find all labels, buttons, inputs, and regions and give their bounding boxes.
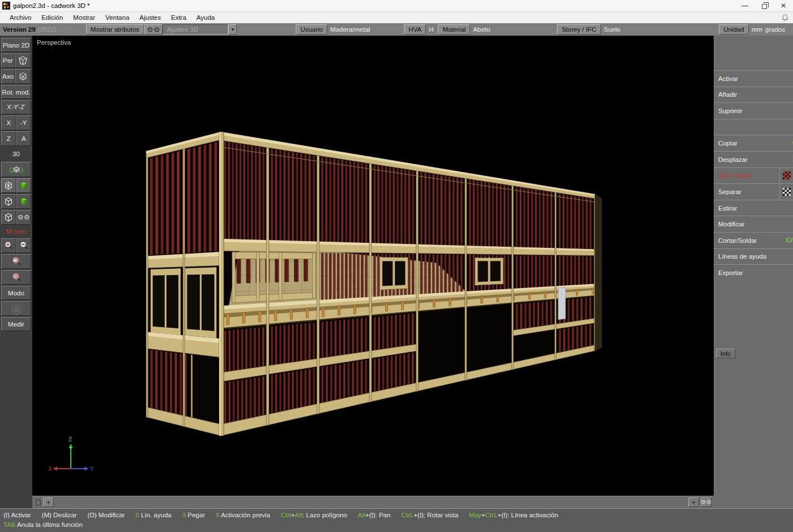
viewport-tab-strip: + + ⚙⚙ (32, 496, 714, 508)
storey-value: Suelo (604, 26, 620, 33)
unidad-grados-value: grados (765, 26, 785, 33)
tool-label: Modificar (714, 221, 793, 228)
tool-desplazar[interactable]: DesplazarS (714, 151, 793, 168)
angle-step-value[interactable]: 30 (1, 147, 31, 161)
menu-edicion[interactable]: Edición (36, 13, 68, 22)
axis-y-label: Y (90, 466, 94, 472)
info-tab-button[interactable]: Info (716, 349, 735, 358)
right-tool-panel: ActivarAñadirSuprimirCopiarCDesplazarSUn… (714, 36, 793, 508)
dropdown-arrow-button[interactable]: ▼ (228, 24, 237, 35)
status-tab-hint-line: TAB Anula la última función (0, 518, 793, 528)
solid-mode-button[interactable] (1, 194, 16, 209)
close-button[interactable]: ✕ (774, 0, 793, 11)
rot-mod-button[interactable]: Rot. mod. (1, 85, 31, 99)
tool-icon-cell[interactable] (779, 168, 793, 184)
usuario-button[interactable]: Usuario (296, 24, 327, 35)
mostrar-atributos-button[interactable]: Mostrar atributos (86, 24, 144, 35)
saw-tool-button[interactable] (1, 301, 31, 316)
tool-label: Cortar/Soldar (714, 237, 793, 244)
shortcut-hint: C/S (786, 237, 793, 243)
version-label: Version 29(2022) (3, 26, 57, 33)
render-settings-button[interactable]: ⚙⚙ (16, 210, 32, 225)
tool-unir-desh[interactable]: Unir / Desh. (714, 168, 793, 184)
3d-viewport[interactable]: Perspectiva Z X Y (32, 36, 714, 496)
tool-exportar[interactable]: Exportar (714, 264, 793, 281)
tool-modificar[interactable]: Modificar (714, 216, 793, 232)
tool-icon-cell[interactable] (779, 184, 793, 200)
shaded-mode-2-button[interactable] (16, 194, 32, 209)
minimize-button[interactable]: — (735, 0, 754, 11)
wireframe-cube-icon (3, 181, 14, 191)
axo-view-button[interactable]: Axo (1, 69, 15, 84)
unidad-button[interactable]: Unidad (719, 24, 748, 35)
modo-button[interactable]: Modo (1, 286, 31, 300)
checker-red-icon (783, 171, 791, 179)
menu-mostrar[interactable]: Mostrar (68, 13, 100, 22)
attributes-gear-button[interactable]: ⚙⚙ (144, 24, 163, 35)
wireframe-mode-button[interactable] (1, 178, 16, 193)
add-view-button[interactable]: + (688, 497, 699, 507)
title-bar: galpon2.3d - cadwork 3D * — ✕ (0, 0, 793, 12)
restore-button[interactable] (754, 0, 774, 11)
tool-activar[interactable]: Activar (714, 70, 793, 87)
app-logo-icon (2, 2, 10, 10)
restore-icon (762, 4, 767, 9)
window-title: galpon2.3d - cadwork 3D * (13, 2, 90, 9)
axis-a-button[interactable]: A (16, 131, 32, 146)
unidad-mm-value: mm (752, 26, 762, 33)
view-settings-button[interactable]: ⚙⚙ (701, 497, 711, 507)
perspective-view-button[interactable]: Per (1, 53, 15, 68)
zoom-out-button[interactable] (16, 238, 32, 253)
tool-cortar-soldar[interactable]: Cortar/SoldarC/S (714, 232, 793, 248)
timber-frame-model[interactable] (32, 36, 714, 496)
menu-ajustes[interactable]: Ajustes (134, 13, 166, 22)
zoom-previous-button[interactable] (1, 270, 31, 285)
axis-neg-y-button[interactable]: -Y (16, 115, 32, 130)
cube-outline-2-icon (3, 212, 14, 222)
gear-icon: ⚙⚙ (147, 26, 160, 33)
tool-label: Activar (714, 75, 793, 82)
medir-button[interactable]: Medir (1, 317, 31, 331)
rotate-cube-icon (7, 163, 26, 177)
tool-label: Exportar (714, 269, 793, 276)
tool-estirar[interactable]: Estirar (714, 200, 793, 216)
plano-2d-button[interactable]: Plano 2D (1, 38, 31, 52)
tool-anadir[interactable]: Añadir (714, 87, 793, 103)
axo-cube-icon[interactable] (15, 69, 31, 84)
axis-z-button[interactable]: Z (1, 131, 16, 146)
status-hint-lin-ayuda: 0 Lín. ayuda (135, 512, 171, 518)
menu-archivo[interactable]: Archivo (5, 13, 36, 22)
green-cube-icon (19, 181, 29, 191)
tool-label: Estirar (714, 205, 793, 212)
perspective-cube-icon[interactable] (15, 53, 31, 68)
menu-extra[interactable]: Extra (166, 13, 191, 22)
tool-label: Copiar (714, 140, 793, 147)
tool-suprimir[interactable]: Suprimir (714, 102, 793, 119)
zoom-refresh-button[interactable] (1, 254, 31, 269)
rotate-view-button[interactable] (1, 162, 31, 177)
small-gear-icon: ⚙⚙ (701, 499, 712, 505)
tool-lineas-ayuda[interactable]: Líneas de ayuda0 (714, 248, 793, 265)
status-hint-rotar: CtrL+(I): Rotar vista (401, 512, 458, 518)
menu-ayuda[interactable]: Ayuda (191, 13, 220, 22)
tool-separar[interactable]: Separar (714, 183, 793, 200)
storey-ifc-button[interactable]: Storey / IFC (557, 24, 600, 35)
ajustes-3d-dropdown[interactable]: Ajustes 3D (163, 24, 228, 35)
zoom-in-button[interactable] (1, 238, 16, 253)
tool-copiar[interactable]: CopiarC (714, 135, 793, 151)
axis-x-button[interactable]: X (1, 115, 16, 130)
m-auto-label[interactable]: M auto (1, 226, 31, 237)
tool-label: Suprimir (714, 108, 793, 114)
hva-button[interactable]: HVA (404, 24, 426, 35)
menu-ventana[interactable]: Ventana (100, 13, 134, 22)
tool-label: Añadir (714, 91, 793, 98)
tool-label: Separar (714, 188, 779, 195)
axes-mode-button[interactable]: X'-Y'-Z' (1, 100, 31, 114)
cube-options-button[interactable] (1, 210, 16, 225)
notification-bell-icon[interactable] (782, 14, 788, 22)
add-tab-button[interactable]: + (43, 497, 54, 507)
material-value: Abeto (473, 26, 490, 33)
green-cube-2-icon (19, 196, 29, 207)
shaded-mode-button[interactable] (16, 178, 32, 193)
material-button[interactable]: Material (438, 24, 470, 35)
